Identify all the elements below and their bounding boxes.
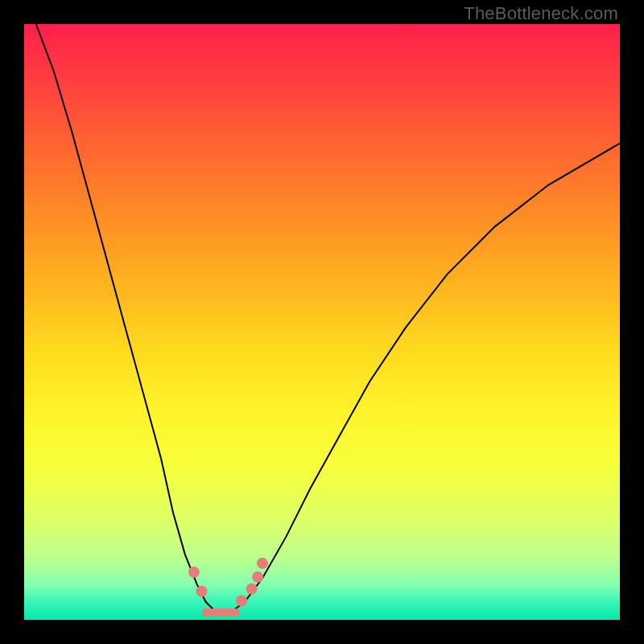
marker-point: [257, 558, 268, 569]
marker-point: [252, 572, 263, 583]
marker-point: [196, 585, 208, 597]
marker-point: [236, 595, 247, 606]
chart-frame: TheBottleneck.com: [0, 0, 644, 644]
bottleneck-curve: [36, 24, 620, 614]
plot-area: [24, 24, 620, 620]
marker-point: [188, 567, 200, 578]
bottleneck-curve-svg: [24, 24, 620, 620]
watermark-text: TheBottleneck.com: [464, 5, 618, 23]
marker-point: [246, 584, 258, 595]
marker-group: [188, 558, 268, 613]
